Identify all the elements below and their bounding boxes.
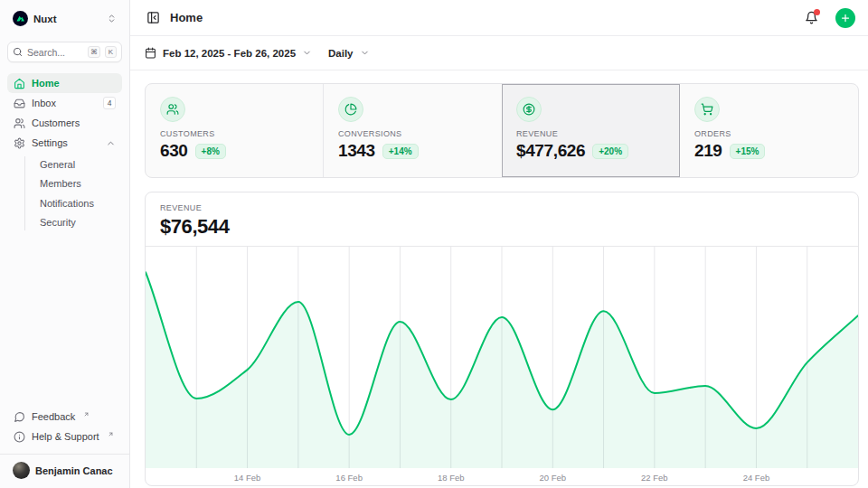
sub-item-label: Notifications: [40, 198, 94, 209]
chevron-up-icon: [106, 138, 116, 148]
sidebar-item-security[interactable]: Security: [32, 213, 122, 233]
sidebar-item-customers[interactable]: Customers: [7, 113, 122, 133]
stat-card-revenue[interactable]: REVENUE $477,626 +20%: [502, 84, 680, 177]
user-name: Benjamin Canac: [35, 465, 113, 476]
chevron-down-icon: [302, 48, 312, 58]
sidebar-item-feedback[interactable]: Feedback: [7, 407, 122, 427]
panel-left-close-icon: [146, 11, 160, 24]
x-axis-tick-label: 18 Feb: [438, 473, 465, 483]
stat-label: CUSTOMERS: [160, 129, 308, 138]
sidebar-item-label: Inbox: [32, 98, 97, 108]
chart-label: REVENUE: [160, 203, 844, 212]
home-icon: [14, 78, 25, 89]
app-window: Nuxt Search... ⌘ K Home Inbox 4 Customer…: [0, 0, 868, 488]
sidebar-item-label: Customers: [32, 117, 116, 128]
stats-group: CUSTOMERS 630 +8% CONVERSIONS 1343 +14%: [145, 83, 859, 178]
chart-header: REVENUE $76,544: [146, 192, 858, 245]
page-title: Home: [170, 11, 795, 24]
collapse-sidebar-button[interactable]: [145, 9, 162, 26]
x-axis-tick-label: 16 Feb: [335, 473, 363, 483]
notifications-button[interactable]: [803, 9, 820, 26]
chart-value: $76,544: [160, 215, 844, 239]
sidebar-item-label: Feedback: [32, 411, 75, 422]
user-avatar: [13, 462, 30, 479]
gear-icon: [14, 137, 25, 149]
kbd-k: K: [105, 46, 117, 58]
search-icon: [13, 47, 23, 57]
user-menu[interactable]: Benjamin Canac: [0, 454, 129, 481]
stat-card-conversions[interactable]: CONVERSIONS 1343 +14%: [324, 84, 502, 177]
inbox-count-badge: 4: [103, 97, 116, 109]
x-axis-tick-label: 20 Feb: [539, 473, 566, 483]
stat-delta-badge: +8%: [195, 144, 226, 159]
stat-delta-badge: +20%: [592, 144, 628, 159]
period-select[interactable]: Daily: [328, 48, 370, 59]
users-icon: [14, 117, 25, 129]
stat-label: CONVERSIONS: [338, 129, 487, 138]
kbd-cmd: ⌘: [88, 46, 100, 58]
date-range-picker[interactable]: Feb 12, 2025 - Feb 26, 2025: [145, 47, 312, 59]
dollar-sign-icon: [523, 103, 535, 116]
chevrons-up-down-icon: [107, 14, 117, 23]
x-axis-tick-label: 24 Feb: [743, 473, 770, 483]
revenue-chart-card: REVENUE $76,544 14 Feb16 Feb18 Feb20 Feb…: [145, 192, 859, 486]
revenue-area-chart[interactable]: 14 Feb16 Feb18 Feb20 Feb22 Feb24 Feb: [146, 245, 858, 486]
plus-icon: [840, 13, 851, 23]
x-axis-tick-label: 14 Feb: [234, 473, 261, 483]
stat-value: 1343: [338, 141, 375, 161]
main-area: Home Feb 12, 2025 - Feb 26, 2025 Daily: [130, 0, 868, 488]
period-value: Daily: [328, 48, 354, 59]
sidebar-nav: Home Inbox 4 Customers Settings General …: [7, 73, 122, 234]
info-circle-icon: [14, 431, 25, 443]
x-axis-tick-label: 22 Feb: [641, 473, 668, 483]
sidebar-item-inbox[interactable]: Inbox 4: [7, 93, 122, 113]
stat-value: 219: [694, 141, 722, 161]
external-link-icon: [83, 411, 90, 418]
stat-label: REVENUE: [516, 129, 665, 138]
date-range-value: Feb 12, 2025 - Feb 26, 2025: [163, 48, 296, 59]
inbox-icon: [14, 98, 25, 109]
search-input[interactable]: Search... ⌘ K: [7, 42, 122, 62]
workspace-name: Nuxt: [33, 14, 101, 24]
sidebar-item-home[interactable]: Home: [7, 73, 122, 93]
sub-item-label: Security: [40, 217, 76, 228]
nuxt-logo-icon: [13, 11, 28, 26]
sidebar: Nuxt Search... ⌘ K Home Inbox 4 Customer…: [0, 0, 130, 488]
sidebar-item-settings[interactable]: Settings: [7, 133, 122, 153]
sub-item-label: General: [40, 159, 75, 170]
page-content: CUSTOMERS 630 +8% CONVERSIONS 1343 +14%: [130, 70, 868, 488]
chart-pie-icon: [344, 103, 357, 116]
cart-icon: [701, 103, 713, 116]
add-button[interactable]: [835, 8, 855, 28]
stat-value: 630: [160, 141, 188, 161]
page-header: Home: [130, 0, 868, 36]
calendar-icon: [145, 47, 156, 59]
sidebar-item-label: Help & Support: [32, 431, 99, 442]
stat-value: $477,626: [516, 141, 585, 161]
sidebar-item-general[interactable]: General: [32, 155, 122, 174]
sidebar-item-label: Settings: [32, 137, 99, 148]
sidebar-item-members[interactable]: Members: [32, 174, 122, 194]
stat-delta-badge: +14%: [382, 144, 419, 159]
settings-subnav: General Members Notifications Security: [7, 155, 122, 232]
sidebar-item-help-support[interactable]: Help & Support: [7, 427, 122, 446]
workspace-switcher[interactable]: Nuxt: [7, 9, 122, 28]
sidebar-footer-nav: Feedback Help & Support: [7, 407, 122, 446]
stat-card-orders[interactable]: ORDERS 219 +15%: [680, 84, 858, 177]
message-circle-icon: [14, 411, 25, 423]
external-link-icon: [108, 431, 114, 437]
filters-toolbar: Feb 12, 2025 - Feb 26, 2025 Daily: [130, 36, 868, 70]
search-placeholder: Search...: [27, 47, 83, 58]
sidebar-spacer: [7, 234, 122, 407]
sidebar-item-notifications[interactable]: Notifications: [32, 193, 122, 213]
stat-label: ORDERS: [694, 129, 844, 138]
users-icon: [166, 103, 179, 116]
chevron-down-icon: [360, 48, 370, 58]
sub-item-label: Members: [40, 178, 81, 189]
sidebar-item-label: Home: [32, 78, 116, 89]
stat-card-customers[interactable]: CUSTOMERS 630 +8%: [146, 84, 324, 177]
notification-dot: [814, 9, 820, 15]
stat-delta-badge: +15%: [730, 144, 766, 159]
